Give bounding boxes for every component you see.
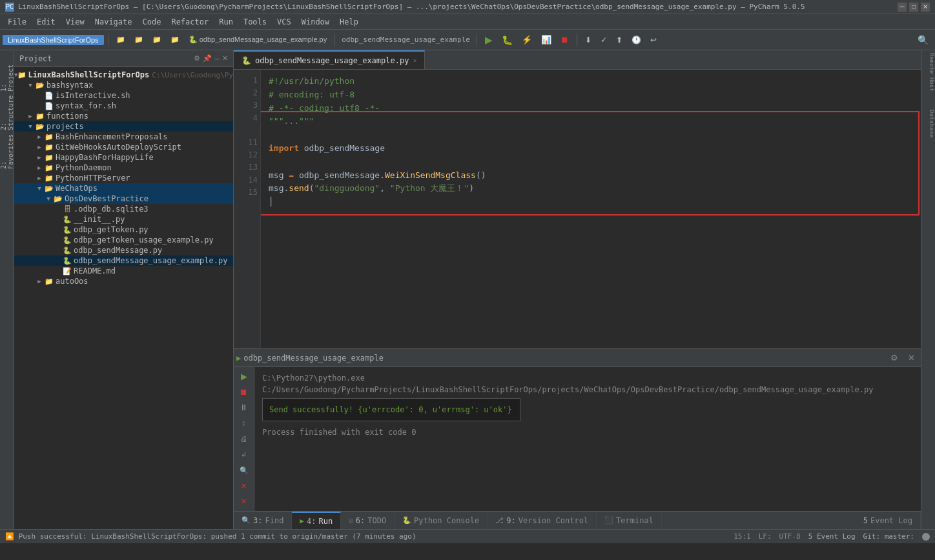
menu-navigate[interactable]: Navigate: [90, 16, 138, 28]
debug-button[interactable]: 🐛: [498, 34, 517, 46]
title-text: LinuxBashShellScriptForOps – [C:\Users\G…: [18, 3, 898, 11]
toolbar-btn-ops[interactable]: 📁: [167, 34, 183, 45]
editor-area: 🐍 odbp_sendMessage_usage_example.py ✕ 1 …: [234, 50, 921, 529]
toolbar-btn-wechat[interactable]: 📁: [149, 34, 165, 45]
run-tab-label[interactable]: odbp_sendMessage_usage_example: [243, 354, 384, 363]
tree-gitwebhooks[interactable]: ▶ 📁 GitWebHooksAutoDeployScript: [14, 142, 233, 152]
code-line-2: # encoding: utf-8: [269, 88, 913, 102]
run-copy-btn[interactable]: ✕: [237, 479, 251, 492]
project-button[interactable]: LinuxBashShellScriptForOps: [3, 35, 104, 45]
vcs-push-button[interactable]: ⬆: [612, 34, 626, 46]
run-settings-btn[interactable]: 🖨: [237, 432, 251, 445]
code-content[interactable]: #!/usr/bin/python # encoding: utf-8 # -*…: [261, 70, 921, 348]
tree-opsdevbest[interactable]: ▼ 📂 OpsDevBestPractice: [14, 194, 233, 204]
tree-functions-icon: 📁: [35, 112, 45, 121]
menu-run[interactable]: Run: [214, 16, 238, 28]
menu-edit[interactable]: Edit: [32, 16, 61, 28]
code-line-14: msg.send("dingguodong", "Python 大魔王！"): [269, 182, 913, 195]
project-panel-close[interactable]: ─: [214, 54, 220, 63]
run-tab-bar-left: ▶ odbp_sendMessage_usage_example: [236, 354, 384, 363]
tree-gettoken[interactable]: 🐍 odbp_getToken.py: [14, 225, 233, 235]
bottom-tab-version-control[interactable]: ⎇ 9: Version Control: [488, 512, 597, 529]
run-restart-btn[interactable]: ▶: [237, 370, 251, 383]
sidebar-project-tab[interactable]: 1: Project: [1, 53, 14, 92]
tree-sendmessage[interactable]: 🐍 odbp_sendMessage.py: [14, 245, 233, 255]
run-filter-btn[interactable]: 🔍: [237, 464, 251, 477]
search-everywhere-button[interactable]: 🔍: [914, 34, 932, 46]
maximize-button[interactable]: □: [909, 3, 918, 12]
run-scroll-btn[interactable]: ↕: [237, 417, 251, 430]
menu-help[interactable]: Help: [334, 16, 364, 28]
tree-isinteractive[interactable]: 📄 isInteractive.sh: [14, 90, 233, 101]
vcs-history-button[interactable]: 🕐: [628, 34, 645, 46]
tree-functions[interactable]: ▶ 📁 functions: [14, 111, 233, 121]
remote-host-tab[interactable]: Remote Host: [922, 50, 935, 94]
menu-tools[interactable]: Tools: [238, 16, 272, 28]
editor-tab-main[interactable]: 🐍 odbp_sendMessage_usage_example.py ✕: [234, 50, 425, 69]
tree-root[interactable]: ▼ 📁 LinuxBashShellScriptForOps C:\Users\…: [14, 70, 233, 80]
menu-window[interactable]: Window: [296, 16, 334, 28]
menu-view[interactable]: View: [61, 16, 90, 28]
tree-happybash-label: HappyBashForHappyLife: [56, 153, 154, 162]
python-console-tab-label: Python Console: [414, 516, 479, 525]
menu-file[interactable]: File: [3, 16, 32, 28]
editor-tab-close[interactable]: ✕: [413, 57, 416, 64]
menu-code[interactable]: Code: [138, 16, 167, 28]
tree-projects[interactable]: ▼ 📂 projects: [14, 121, 233, 132]
run-button[interactable]: ▶: [481, 33, 497, 47]
tree-pythondaemon-arrow: ▶: [35, 165, 44, 171]
bottom-tab-event-log[interactable]: 5 Event Log: [856, 512, 921, 529]
close-button[interactable]: ✕: [921, 3, 930, 12]
tree-wechatops[interactable]: ▼ 📂 WeChatOps: [14, 183, 233, 194]
tree-pythondaemon[interactable]: ▶ 📁 PythonDaemon: [14, 163, 233, 173]
tree-gettoken-usage[interactable]: 🐍 odbp_getToken_usage_example.py: [14, 235, 233, 245]
tree-bash-enhancement[interactable]: ▶ 📁 BashEnhancementProposals: [14, 132, 233, 142]
tree-autooos[interactable]: ▶ 📁 autoOos: [14, 276, 233, 286]
tree-bashsyntax[interactable]: ▼ 📂 bashsyntax: [14, 80, 233, 90]
bottom-tab-find[interactable]: 🔍 3: Find: [234, 512, 292, 529]
project-panel-pin[interactable]: 📌: [203, 54, 212, 63]
tree-init[interactable]: 🐍 __init__.py: [14, 214, 233, 225]
run-soft-wrap-btn[interactable]: ↲: [237, 448, 251, 461]
vcs-commit-button[interactable]: ✓: [597, 34, 611, 46]
menu-refactor[interactable]: Refactor: [166, 16, 214, 28]
tree-happybash-icon: 📁: [44, 154, 54, 162]
bottom-tab-terminal[interactable]: ⬛ Terminal: [597, 512, 662, 529]
git-branch: Git: master:: [863, 532, 914, 541]
run-panel-settings[interactable]: ⚙: [887, 351, 901, 365]
bottom-tab-python-console[interactable]: 🐍 Python Console: [395, 512, 488, 529]
profile-button[interactable]: 📊: [537, 34, 555, 46]
bottom-tab-todo[interactable]: ☑ 6: TODO: [341, 512, 395, 529]
tree-pythonhttp[interactable]: ▶ 📁 PythonHTTPServer: [14, 173, 233, 183]
tree-happybash[interactable]: ▶ 📁 HappyBashForHappyLife: [14, 152, 233, 163]
code-line-12: [269, 155, 913, 169]
toolbar-btn-recent[interactable]: 📁: [130, 34, 147, 45]
project-panel-settings[interactable]: ⚙: [194, 54, 200, 63]
sidebar-favorites-tab[interactable]: 2: Favorites: [1, 130, 14, 169]
minimize-button[interactable]: ─: [898, 3, 907, 12]
window-controls[interactable]: ─ □ ✕: [898, 3, 930, 12]
toolbar-btn-structure[interactable]: 📁: [112, 34, 129, 45]
undo-button[interactable]: ↩: [646, 34, 661, 46]
tree-bash-icon: 📁: [44, 133, 54, 141]
project-panel-hide[interactable]: ✕: [222, 54, 228, 63]
run-panel-close[interactable]: ✕: [904, 351, 918, 365]
tree-sendmessage-usage[interactable]: 🐍 odbp_sendMessage_usage_example.py: [14, 255, 233, 266]
coverage-button[interactable]: ⚡: [518, 34, 536, 46]
sidebar-structure-tab[interactable]: 2: Structure: [1, 92, 14, 130]
toolbar: LinuxBashShellScriptForOps 📁 📁 📁 📁 🐍 odb…: [0, 30, 935, 50]
menu-vcs[interactable]: VCS: [272, 16, 296, 28]
run-clear-btn[interactable]: ✕: [237, 495, 251, 508]
toolbar-btn-file[interactable]: 🐍 odbp_sendMessage_usage_example.py: [185, 34, 331, 45]
stop-button[interactable]: ⏹: [557, 34, 573, 46]
tree-syntaxfor[interactable]: 📄 syntax_for.sh: [14, 101, 233, 111]
run-stop-btn[interactable]: ⏹: [237, 385, 251, 398]
tree-sqlite[interactable]: 🗄 .odbp_db.sqlite3: [14, 204, 233, 214]
tree-gitwebhooks-icon: 📁: [44, 143, 54, 152]
bottom-tab-run[interactable]: ▶ 4: Run: [292, 512, 341, 529]
run-pause-btn[interactable]: ⏸: [237, 401, 251, 414]
tree-readme[interactable]: 📝 README.md: [14, 266, 233, 276]
database-tab[interactable]: Database: [922, 107, 935, 140]
vcs-update-button[interactable]: ⬇: [581, 34, 595, 46]
event-log-status[interactable]: 5 Event Log: [808, 532, 856, 541]
